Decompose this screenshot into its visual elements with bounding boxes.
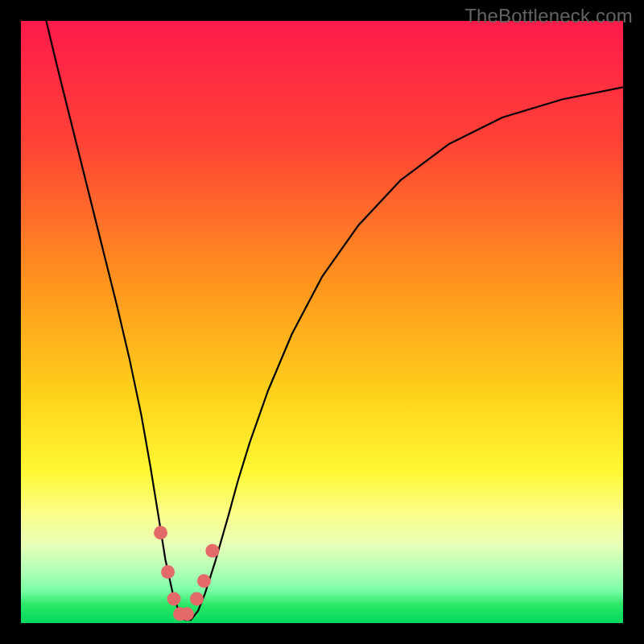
highlight-dot <box>167 592 180 606</box>
highlight-dot <box>154 526 167 539</box>
chart-frame: TheBottleneck.com <box>0 0 644 644</box>
highlight-dot <box>180 607 194 621</box>
chart-svg <box>21 21 623 623</box>
gradient-background <box>21 21 623 623</box>
highlight-dot <box>205 544 219 558</box>
highlight-dot <box>161 565 175 579</box>
plot-area <box>21 21 623 623</box>
watermark-text: TheBottleneck.com <box>464 5 633 27</box>
highlight-dot <box>197 574 211 588</box>
highlight-dot <box>190 592 204 606</box>
